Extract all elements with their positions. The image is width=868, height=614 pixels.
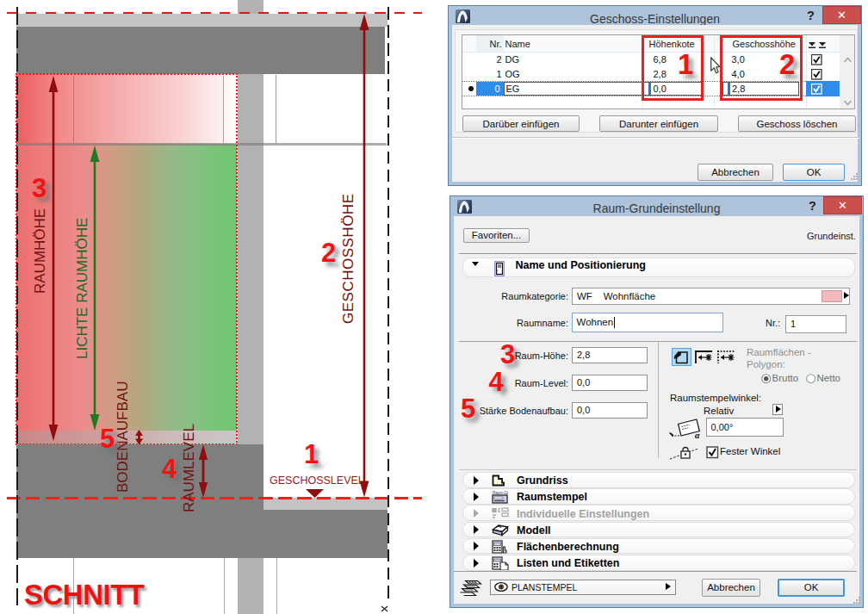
svg-text:α: α <box>695 431 700 439</box>
svg-text:Raum-Gru: Raum-Gru <box>493 491 508 495</box>
